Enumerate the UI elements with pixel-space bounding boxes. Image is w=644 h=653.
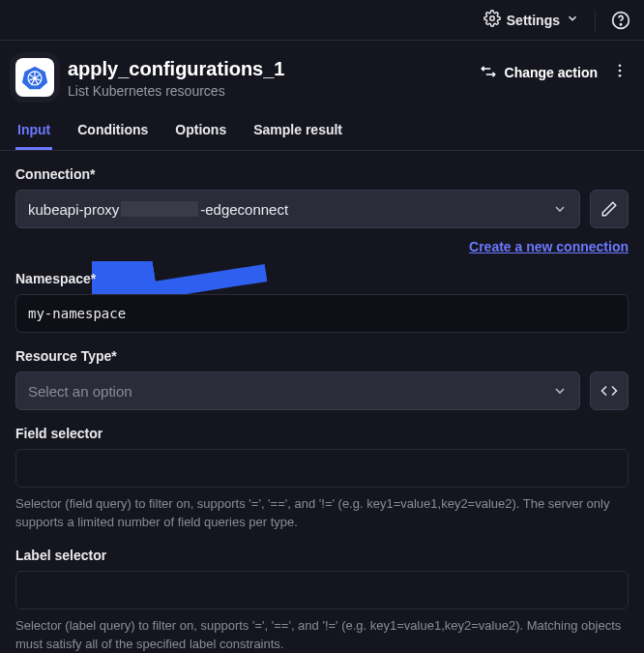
action-header: apply_configurations_1 List Kubernetes r… bbox=[0, 41, 644, 104]
label-selector-label: Label selector bbox=[15, 548, 629, 563]
resource-type-select[interactable]: Select an option bbox=[15, 371, 580, 410]
svg-point-14 bbox=[619, 70, 622, 73]
top-divider bbox=[595, 10, 596, 31]
top-bar: Settings bbox=[0, 0, 644, 41]
code-icon bbox=[600, 382, 618, 400]
form: Connection* kubeapi-proxy-edgeconnect Cr… bbox=[0, 151, 644, 653]
change-action-label: Change action bbox=[505, 65, 598, 80]
connection-value-suffix: -edgeconnect bbox=[200, 201, 288, 218]
create-connection-link[interactable]: Create a new connection bbox=[469, 239, 629, 254]
tab-sample-result[interactable]: Sample result bbox=[251, 122, 344, 150]
connection-value-prefix: kubeapi-proxy bbox=[28, 201, 119, 218]
code-mode-button[interactable] bbox=[590, 371, 629, 410]
field-selector-helper: Selector (field query) to filter on, sup… bbox=[15, 495, 629, 532]
connection-select[interactable]: kubeapi-proxy-edgeconnect bbox=[15, 190, 580, 228]
page-title: apply_configurations_1 bbox=[68, 58, 466, 80]
settings-button[interactable]: Settings bbox=[483, 10, 579, 30]
more-menu-button[interactable] bbox=[611, 62, 629, 83]
label-selector-helper: Selector (label query) to filter on, sup… bbox=[15, 617, 629, 653]
resource-type-field: Resource Type* Select an option bbox=[15, 348, 629, 410]
svg-point-0 bbox=[490, 16, 495, 21]
connection-field: Connection* kubeapi-proxy-edgeconnect Cr… bbox=[15, 166, 629, 255]
chevron-down-icon bbox=[552, 383, 568, 399]
resource-type-label: Resource Type* bbox=[15, 348, 629, 364]
kebab-icon bbox=[611, 62, 629, 79]
kubernetes-icon bbox=[15, 58, 54, 97]
namespace-field: Namespace* bbox=[15, 271, 629, 333]
namespace-label: Namespace* bbox=[15, 271, 629, 286]
swap-icon bbox=[480, 63, 497, 83]
field-selector-field: Field selector Selector (field query) to… bbox=[15, 426, 629, 532]
gear-icon bbox=[483, 10, 501, 30]
resource-type-placeholder: Select an option bbox=[28, 383, 132, 400]
field-selector-input[interactable] bbox=[15, 449, 629, 488]
label-selector-field: Label selector Selector (label query) to… bbox=[15, 548, 629, 653]
page-subtitle: List Kubernetes resources bbox=[68, 83, 466, 99]
label-selector-input[interactable] bbox=[15, 571, 629, 609]
settings-label: Settings bbox=[507, 13, 560, 28]
pencil-icon bbox=[600, 200, 618, 218]
help-button[interactable] bbox=[611, 11, 630, 30]
namespace-input[interactable] bbox=[15, 294, 629, 333]
svg-point-15 bbox=[619, 74, 622, 77]
svg-point-13 bbox=[619, 64, 622, 67]
chevron-down-icon bbox=[552, 201, 568, 217]
svg-point-2 bbox=[620, 23, 621, 24]
field-selector-label: Field selector bbox=[15, 426, 629, 441]
tab-bar: Input Conditions Options Sample result bbox=[0, 122, 644, 151]
tab-input[interactable]: Input bbox=[15, 122, 52, 150]
tab-options[interactable]: Options bbox=[173, 122, 228, 150]
change-action-button[interactable]: Change action bbox=[480, 63, 598, 83]
edit-connection-button[interactable] bbox=[590, 190, 629, 228]
tab-conditions[interactable]: Conditions bbox=[75, 122, 150, 150]
chevron-down-icon bbox=[566, 12, 579, 28]
redacted-segment bbox=[121, 201, 198, 217]
help-icon bbox=[611, 11, 630, 30]
connection-label: Connection* bbox=[15, 166, 629, 182]
